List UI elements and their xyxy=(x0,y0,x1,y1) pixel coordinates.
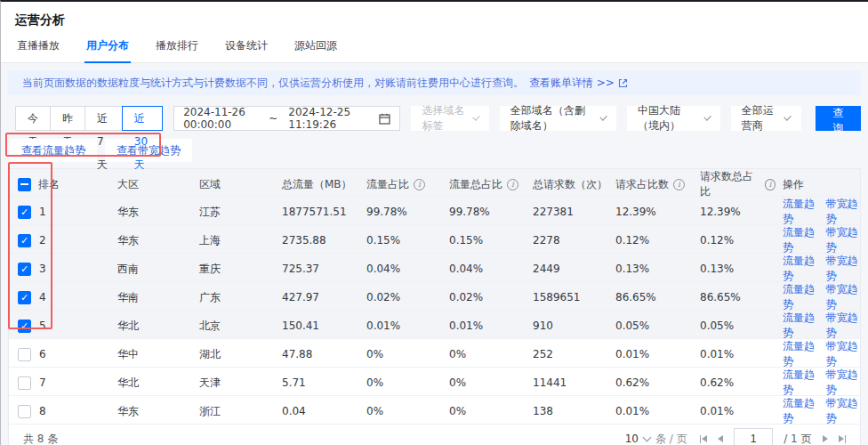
chevron-down-icon xyxy=(703,113,711,121)
rank-value: 6 xyxy=(39,348,46,360)
header-region: 大区 xyxy=(110,177,192,192)
req-total-pct-cell: 0.62% xyxy=(693,376,776,389)
view-bandwidth-trend-button[interactable]: 查看带宽趋势 xyxy=(105,139,192,162)
traffic-trend-link[interactable]: 流量趋势 xyxy=(783,396,817,426)
row-checkbox[interactable] xyxy=(18,320,31,333)
traffic-pct-cell: 0% xyxy=(359,405,442,417)
row-checkbox[interactable] xyxy=(18,234,31,247)
region-rank-table: 排名 大区 区域 总流量（MB） 流量占比i 流量总占比i 总请求数（次） 请求… xyxy=(8,168,861,445)
chevron-down-icon xyxy=(472,113,480,121)
req-pct-cell: 0.05% xyxy=(608,320,693,332)
bandwidth-trend-link[interactable]: 带宽趋势 xyxy=(826,396,861,426)
table-footer: 共 8 条 10 条 / 页 / 1 页 xyxy=(9,424,860,445)
view-traffic-trend-button[interactable]: 查看流量趋势 xyxy=(10,139,97,162)
table-row: 1 华东 江苏 1877571.51 99.78% 99.78% 227381 … xyxy=(9,196,860,224)
traffic-cell: 150.41 xyxy=(275,320,359,332)
info-icon[interactable]: i xyxy=(507,179,518,190)
region-select[interactable]: 中国大陆（境内） xyxy=(627,106,720,131)
row-checkbox[interactable] xyxy=(18,376,31,390)
traffic-cell: 0.04 xyxy=(275,405,359,417)
rank-value: 1 xyxy=(39,206,46,218)
page-title: 运营分析 xyxy=(1,2,868,36)
bandwidth-trend-link[interactable]: 带宽趋势 xyxy=(826,368,861,398)
req-total-pct-cell: 0.01% xyxy=(693,405,776,417)
table-row: 3 西南 重庆 725.37 0.04% 0.04% 2449 0.13% 0.… xyxy=(9,253,860,281)
area-cell: 重庆 xyxy=(192,262,275,277)
prev-page-button[interactable] xyxy=(718,435,723,442)
row-checkbox[interactable] xyxy=(18,206,31,219)
traffic-cell: 2735.88 xyxy=(275,234,359,247)
date-range-picker[interactable]: 2024-11-26 00:00:00 ~ 2024-12-25 11:19:2… xyxy=(173,106,400,131)
header-total-traffic: 总流量（MB） xyxy=(275,177,359,192)
req-pct-cell: 0.12% xyxy=(608,234,693,247)
preset-last-7-days[interactable]: 近7天 xyxy=(84,106,123,131)
next-page-icon xyxy=(823,435,828,442)
traffic-trend-link[interactable]: 流量趋势 xyxy=(783,368,817,398)
traffic-pct-cell: 99.78% xyxy=(359,206,442,218)
traffic-trend-link[interactable]: 流量趋势 xyxy=(783,339,817,369)
info-icon[interactable]: i xyxy=(673,179,685,190)
tab-user-distribution[interactable]: 用户分布 xyxy=(84,36,131,63)
header-area: 区域 xyxy=(192,177,275,192)
info-icon[interactable]: i xyxy=(765,179,776,190)
traffic-pct-cell: 0% xyxy=(359,348,442,360)
row-checkbox[interactable] xyxy=(18,405,31,418)
page-number-input[interactable] xyxy=(734,428,773,445)
requests-cell: 910 xyxy=(526,320,608,332)
traffic-cell: 725.37 xyxy=(275,263,359,275)
query-button[interactable]: 查询 xyxy=(816,106,862,131)
traffic-trend-link[interactable]: 流量趋势 xyxy=(783,254,817,284)
traffic-total-pct-cell: 0.04% xyxy=(442,263,526,275)
traffic-cell: 427.97 xyxy=(275,291,359,303)
bandwidth-trend-link[interactable]: 带宽趋势 xyxy=(826,225,861,255)
requests-cell: 227381 xyxy=(526,206,608,218)
header-actions: 操作 xyxy=(776,177,860,192)
tab-bar: 直播播放 用户分布 播放排行 设备统计 源站回源 xyxy=(1,36,868,63)
row-checkbox[interactable] xyxy=(18,263,31,276)
notice-text: 当前页面数据的数据粒度与统计方式与计费数据不同，仅供运营分析使用，对账请前往费用… xyxy=(22,76,524,91)
traffic-trend-link[interactable]: 流量趋势 xyxy=(783,225,817,255)
req-total-pct-cell: 0.01% xyxy=(693,348,776,360)
bandwidth-trend-link[interactable]: 带宽趋势 xyxy=(826,339,861,369)
area-cell: 广东 xyxy=(192,290,275,305)
req-pct-cell: 12.39% xyxy=(608,206,693,218)
area-cell: 北京 xyxy=(192,319,275,334)
traffic-trend-link[interactable]: 流量趋势 xyxy=(783,311,817,341)
tab-device-stats[interactable]: 设备统计 xyxy=(223,36,269,62)
preset-last-30-days[interactable]: 近30天 xyxy=(122,106,163,131)
total-count: 共 8 条 xyxy=(23,432,58,445)
traffic-trend-link[interactable]: 流量趋势 xyxy=(783,282,817,312)
domain-tag-select[interactable]: 选择域名标签 xyxy=(411,106,488,131)
tab-playback-ranking[interactable]: 播放排行 xyxy=(154,36,200,62)
pagination: 10 条 / 页 / 1 页 xyxy=(625,428,846,445)
area-cell: 上海 xyxy=(192,233,275,248)
req-total-pct-cell: 0.05% xyxy=(693,320,776,332)
bandwidth-trend-link[interactable]: 带宽趋势 xyxy=(826,282,861,312)
area-cell: 浙江 xyxy=(192,404,275,419)
select-all-checkbox[interactable] xyxy=(18,178,31,191)
first-page-button[interactable] xyxy=(700,435,708,443)
bandwidth-trend-link[interactable]: 带宽趋势 xyxy=(826,311,861,341)
traffic-trend-link[interactable]: 流量趋势 xyxy=(783,197,817,227)
page-size-select[interactable]: 10 条 / 页 xyxy=(625,432,687,445)
tab-live-playback[interactable]: 直播播放 xyxy=(15,36,61,62)
last-page-button[interactable] xyxy=(839,435,847,443)
info-icon[interactable]: i xyxy=(414,179,425,190)
traffic-total-pct-cell: 0.15% xyxy=(442,234,526,247)
header-req-pct: 请求占比数i xyxy=(608,177,693,192)
traffic-pct-cell: 0.02% xyxy=(359,291,442,303)
traffic-cell: 47.88 xyxy=(275,348,359,360)
isp-select[interactable]: 全部运营商 xyxy=(731,106,801,131)
row-checkbox[interactable] xyxy=(18,291,31,304)
preset-yesterday[interactable]: 昨天 xyxy=(50,106,85,131)
row-checkbox[interactable] xyxy=(18,348,31,361)
bandwidth-trend-link[interactable]: 带宽趋势 xyxy=(826,197,861,227)
tab-origin-pull[interactable]: 源站回源 xyxy=(293,36,339,62)
preset-today[interactable]: 今天 xyxy=(15,106,51,131)
bandwidth-trend-link[interactable]: 带宽趋势 xyxy=(826,254,861,284)
next-page-button[interactable] xyxy=(823,435,828,442)
req-pct-cell: 86.65% xyxy=(608,291,693,303)
domain-select[interactable]: 全部域名（含删除域名） xyxy=(500,106,616,131)
bill-detail-link[interactable]: 查看账单详情 >> xyxy=(529,76,628,91)
req-pct-cell: 0.01% xyxy=(608,405,693,417)
